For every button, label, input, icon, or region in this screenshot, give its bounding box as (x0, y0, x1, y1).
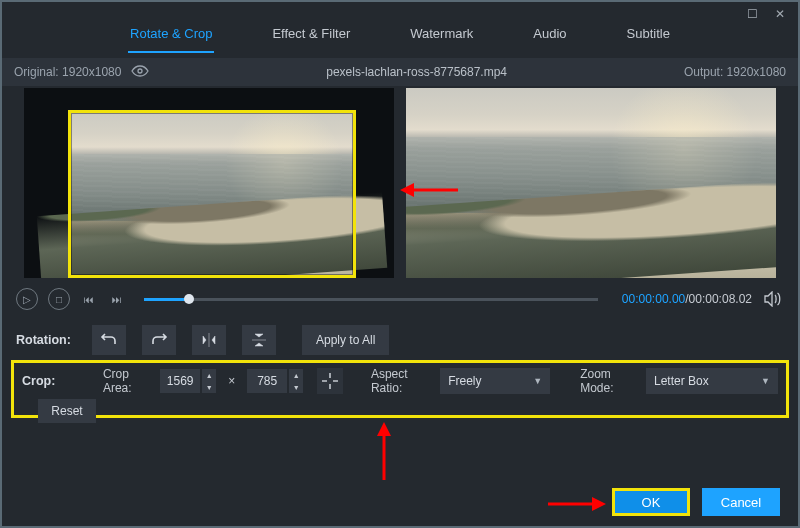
timeline-knob[interactable] (184, 294, 194, 304)
filename-label: pexels-lachlan-ross-8775687.mp4 (149, 65, 683, 79)
crop-height-field[interactable] (247, 369, 287, 393)
output-video-frame (406, 88, 776, 278)
tab-rotate-crop[interactable]: Rotate & Crop (128, 22, 214, 53)
crop-height-up[interactable]: ▲ (289, 369, 303, 381)
aspect-ratio-select[interactable]: Freely▼ (440, 368, 550, 394)
next-frame-button[interactable]: ⏭ (108, 288, 126, 310)
rotate-cw-button[interactable] (142, 325, 176, 355)
annotation-arrow-right (546, 492, 606, 516)
source-preview-pane[interactable] (24, 88, 394, 278)
aspect-ratio-label: Aspect Ratio: (371, 367, 432, 395)
annotation-arrow-left (400, 178, 460, 202)
preview-eye-icon[interactable] (131, 65, 149, 80)
cancel-button[interactable]: Cancel (702, 488, 780, 516)
window-close-icon[interactable]: ✕ (772, 6, 788, 22)
stop-button[interactable]: □ (48, 288, 70, 310)
original-res-label: Original: 1920x1080 (14, 65, 121, 79)
info-strip: Original: 1920x1080 pexels-lachlan-ross-… (2, 58, 798, 86)
crop-width-down[interactable]: ▼ (202, 381, 216, 393)
dimension-separator: × (224, 374, 239, 388)
crop-area-label: Crop Area: (103, 367, 152, 395)
window-maximize-icon[interactable]: ☐ (744, 6, 760, 22)
rotation-label: Rotation: (16, 333, 76, 347)
crop-width-input[interactable]: ▲ ▼ (160, 369, 216, 393)
crop-width-up[interactable]: ▲ (202, 369, 216, 381)
crop-selection-handle[interactable] (68, 110, 356, 278)
transport-bar: ▷ □ ⏮ ⏭ 00:00:00.00/00:00:08.02 (16, 283, 784, 315)
timecode-label: 00:00:00.00/00:00:08.02 (622, 292, 752, 306)
rotate-ccw-button[interactable] (92, 325, 126, 355)
zoom-mode-select[interactable]: Letter Box▼ (646, 368, 778, 394)
tab-audio[interactable]: Audio (531, 22, 568, 53)
output-preview-pane (406, 88, 776, 278)
svg-marker-4 (377, 422, 391, 436)
crop-label: Crop: (22, 374, 89, 388)
crop-height-input[interactable]: ▲ ▼ (247, 369, 303, 393)
play-button[interactable]: ▷ (16, 288, 38, 310)
svg-marker-6 (592, 497, 606, 511)
output-res-label: Output: 1920x1080 (684, 65, 786, 79)
tab-subtitle[interactable]: Subtitle (625, 22, 672, 53)
dialog-footer: OK Cancel (612, 488, 780, 516)
zoom-mode-label: Zoom Mode: (580, 367, 638, 395)
apply-to-all-button[interactable]: Apply to All (302, 325, 389, 355)
crop-width-field[interactable] (160, 369, 200, 393)
flip-vertical-button[interactable] (242, 325, 276, 355)
annotation-arrow-up (372, 422, 396, 482)
timeline-slider[interactable] (144, 298, 598, 301)
tab-effect-filter[interactable]: Effect & Filter (270, 22, 352, 53)
crop-height-down[interactable]: ▼ (289, 381, 303, 393)
tab-watermark[interactable]: Watermark (408, 22, 475, 53)
crop-panel: Crop: Crop Area: ▲ ▼ × ▲ ▼ Aspec (11, 360, 789, 418)
rotation-row: Rotation: Apply to All (16, 322, 784, 358)
center-crop-button[interactable] (317, 368, 343, 394)
volume-icon[interactable] (762, 288, 784, 310)
reset-button[interactable]: Reset (38, 399, 96, 423)
svg-marker-2 (400, 183, 414, 197)
ok-button[interactable]: OK (612, 488, 690, 516)
svg-point-0 (138, 69, 142, 73)
prev-frame-button[interactable]: ⏮ (80, 288, 98, 310)
flip-horizontal-button[interactable] (192, 325, 226, 355)
